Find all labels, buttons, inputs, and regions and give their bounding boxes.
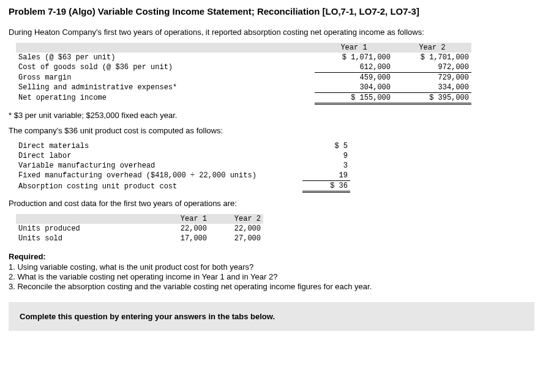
required-heading: Required:: [9, 252, 534, 261]
row-value: $ 155,000: [315, 93, 393, 104]
row-label: Variable manufacturing overhead: [16, 161, 302, 171]
row-label: Cost of goods sold (@ $36 per unit): [16, 62, 315, 73]
row-value: $ 5: [302, 141, 350, 151]
row-value: 22,000: [155, 224, 209, 234]
requirement-item: 2. What is the variable costing net oper…: [9, 272, 534, 281]
year2-header: Year 2: [209, 214, 263, 224]
row-value: $ 1,701,000: [393, 53, 471, 62]
requirements-list: 1. Using variable costing, what is the u…: [9, 262, 534, 291]
row-value: 3: [302, 161, 350, 171]
row-value: 17,000: [155, 234, 209, 243]
row-label: Fixed manufacturing overhead ($418,000 ÷…: [16, 171, 302, 181]
row-value: 304,000: [315, 83, 393, 93]
table-row: Direct materials $ 5: [16, 141, 350, 151]
table-row: Gross margin 459,000 729,000: [16, 73, 471, 83]
blank-header: [16, 43, 315, 53]
table-row: Absorption costing unit product cost $ 3…: [16, 181, 350, 192]
row-value: $ 1,071,000: [315, 53, 393, 62]
row-label: Direct labor: [16, 151, 302, 161]
table-row: Units produced 22,000 22,000: [16, 224, 263, 234]
table-row: Net operating income $ 155,000 $ 395,000: [16, 93, 471, 104]
footnote: * $3 per unit variable; $253,000 fixed e…: [9, 111, 534, 120]
row-value: $ 395,000: [393, 93, 471, 104]
row-value: 9: [302, 151, 350, 161]
row-label: Net operating income: [16, 93, 315, 104]
table-row: Direct labor 9: [16, 151, 350, 161]
row-value: 334,000: [393, 83, 471, 93]
row-value: 459,000: [315, 73, 393, 83]
row-value: 729,000: [393, 73, 471, 83]
table-row: Fixed manufacturing overhead ($418,000 ÷…: [16, 171, 350, 181]
year2-header: Year 2: [393, 43, 471, 53]
requirement-item: 1. Using variable costing, what is the u…: [9, 262, 534, 272]
prod-intro: Production and cost data for the first t…: [9, 199, 534, 208]
row-value: 612,000: [315, 62, 393, 73]
row-value: 22,000: [209, 224, 263, 234]
row-label: Units produced: [16, 224, 155, 234]
year1-header: Year 1: [155, 214, 209, 224]
row-label: Absorption costing unit product cost: [16, 181, 302, 192]
intro-paragraph: During Heaton Company's first two years …: [9, 28, 534, 37]
problem-title: Problem 7-19 (Algo) Variable Costing Inc…: [9, 6, 534, 17]
table-row: Units sold 17,000 27,000: [16, 234, 263, 243]
table-row: Variable manufacturing overhead 3: [16, 161, 350, 171]
table-row: Selling and administrative expenses* 304…: [16, 83, 471, 93]
row-label: Gross margin: [16, 73, 315, 83]
production-table: Year 1 Year 2 Units produced 22,000 22,0…: [16, 214, 263, 243]
requirement-item: 3. Reconcile the absorption costing and …: [9, 282, 534, 291]
row-label: Sales (@ $63 per unit): [16, 53, 315, 62]
row-value: 972,000: [393, 62, 471, 73]
cost-intro: The company's $36 unit product cost is c…: [9, 126, 534, 135]
table-row: Cost of goods sold (@ $36 per unit) 612,…: [16, 62, 471, 73]
income-statement-table: Year 1 Year 2 Sales (@ $63 per unit) $ 1…: [16, 43, 471, 105]
row-label: Selling and administrative expenses*: [16, 83, 315, 93]
row-label: Units sold: [16, 234, 155, 243]
instruction-banner: Complete this question by entering your …: [9, 302, 534, 331]
table-row: Sales (@ $63 per unit) $ 1,071,000 $ 1,7…: [16, 53, 471, 62]
row-label: Direct materials: [16, 141, 302, 151]
row-value: 19: [302, 171, 350, 181]
row-value: $ 36: [302, 181, 350, 192]
blank-header: [16, 214, 155, 224]
unit-cost-table: Direct materials $ 5 Direct labor 9 Vari…: [16, 141, 350, 193]
year1-header: Year 1: [315, 43, 393, 53]
row-value: 27,000: [209, 234, 263, 243]
